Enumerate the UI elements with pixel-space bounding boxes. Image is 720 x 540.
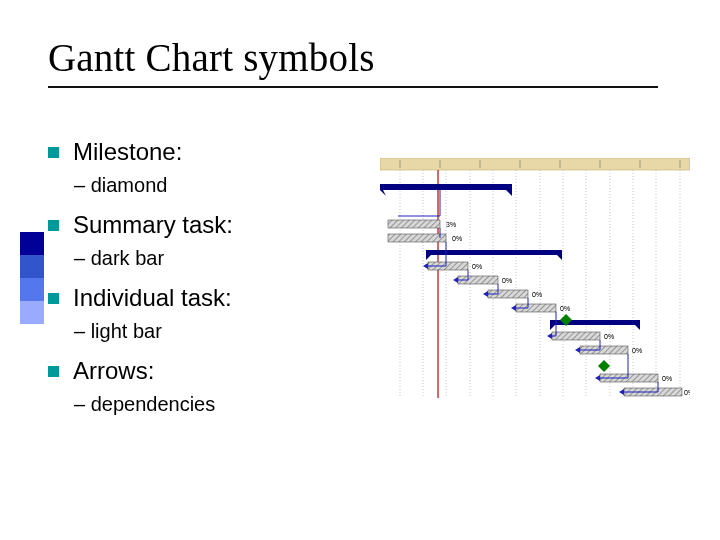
svg-rect-28 (388, 220, 440, 228)
item-label: Individual task: (73, 284, 232, 312)
task-percent: 3% (446, 221, 456, 228)
svg-rect-29 (388, 234, 446, 242)
square-bullet-icon (48, 366, 59, 377)
list-item: Individual task: – light bar (48, 284, 378, 343)
task-percent: 0% (684, 389, 690, 396)
item-label: Milestone: (73, 138, 182, 166)
bullet-list: Milestone: – diamond Summary task: – dar… (48, 138, 378, 430)
item-sub: – dependencies (74, 393, 378, 416)
task-percent: 0% (472, 263, 482, 270)
gantt-chart-icon: 3% 0% 0% 0% 0% 0% 0% 0% 0% 0% (380, 158, 690, 398)
square-bullet-icon (48, 220, 59, 231)
task-percent: 0% (632, 347, 642, 354)
svg-marker-52 (595, 375, 600, 381)
task-percent: 0% (560, 305, 570, 312)
accent-swatch-3 (20, 278, 44, 301)
accent-swatch-2 (20, 255, 44, 278)
title-rule (48, 86, 658, 88)
accent-swatch-1 (20, 232, 44, 255)
item-sub: – light bar (74, 320, 378, 343)
square-bullet-icon (48, 147, 59, 158)
square-bullet-icon (48, 293, 59, 304)
svg-marker-45 (598, 360, 610, 372)
svg-marker-48 (483, 291, 488, 297)
accent-swatch-4 (20, 301, 44, 324)
page-title: Gantt Chart symbols (48, 35, 672, 80)
svg-rect-23 (380, 184, 512, 190)
list-item: Summary task: – dark bar (48, 211, 378, 270)
svg-rect-34 (552, 332, 600, 340)
task-percent: 0% (452, 235, 462, 242)
accent-strip (20, 232, 44, 324)
gantt-thumbnail: 3% 0% 0% 0% 0% 0% 0% 0% 0% 0% (380, 158, 690, 398)
svg-rect-0 (380, 158, 690, 170)
task-percent: 0% (502, 277, 512, 284)
task-percent: 0% (662, 375, 672, 382)
svg-marker-49 (511, 305, 516, 311)
task-percent: 0% (604, 333, 614, 340)
task-percent: 0% (532, 291, 542, 298)
list-item: Milestone: – diamond (48, 138, 378, 197)
svg-marker-51 (575, 347, 580, 353)
svg-marker-47 (453, 277, 458, 283)
svg-marker-46 (423, 263, 428, 269)
item-label: Arrows: (73, 357, 154, 385)
item-label: Summary task: (73, 211, 233, 239)
svg-marker-50 (547, 333, 552, 339)
item-sub: – dark bar (74, 247, 378, 270)
item-sub: – diamond (74, 174, 378, 197)
svg-marker-53 (619, 389, 624, 395)
list-item: Arrows: – dependencies (48, 357, 378, 416)
